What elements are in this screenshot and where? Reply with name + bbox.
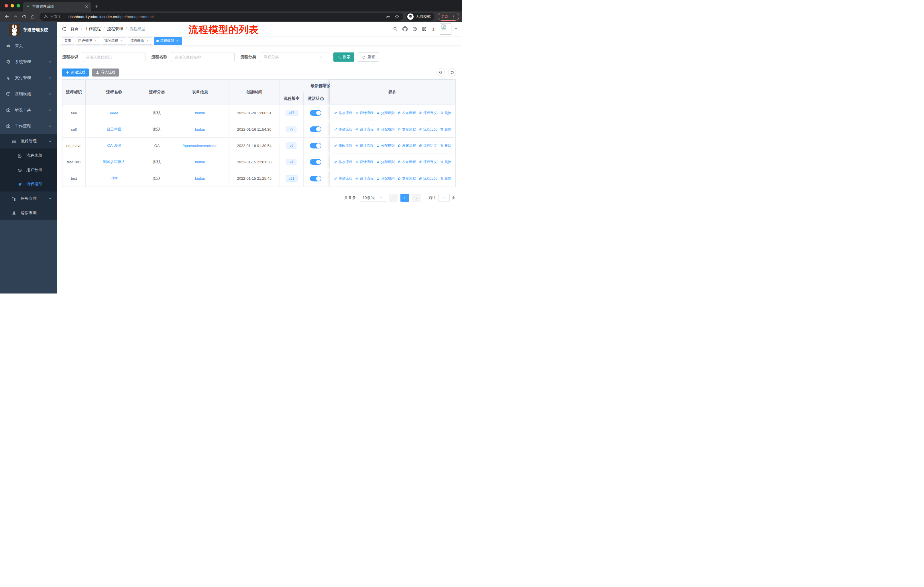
action-assign-link[interactable]: 分配规则 (376, 143, 395, 148)
github-icon[interactable] (403, 26, 408, 31)
security-chip[interactable]: 不安全 (43, 14, 61, 19)
import-process-button[interactable]: 导入流程 (92, 68, 119, 76)
active-toggle[interactable] (310, 176, 322, 182)
create-process-button[interactable]: 新建流程 (62, 68, 89, 76)
next-page-button[interactable]: › (412, 194, 421, 202)
help-icon[interactable] (412, 26, 417, 31)
page-1-button[interactable]: 1 (401, 194, 409, 202)
tab-close-icon[interactable]: ✕ (85, 4, 88, 9)
key-icon[interactable] (386, 14, 390, 19)
action-edit-link[interactable]: 修改流程 (334, 176, 352, 181)
address-bar[interactable]: 不安全 dashboard.yudao.iocoder.cn/bpm/manag… (40, 13, 403, 21)
tag-4[interactable]: 流程模型× (154, 37, 182, 45)
action-assign-link[interactable]: 分配规则 (376, 176, 395, 181)
home-button[interactable] (29, 13, 37, 21)
action-delete-link[interactable]: 删除 (440, 143, 451, 148)
tag-close-icon[interactable]: × (119, 39, 124, 43)
browser-tab[interactable]: 芋道管理系统 ✕ (23, 2, 91, 12)
tag-0[interactable]: 首页 (62, 37, 74, 45)
action-delete-link[interactable]: 删除 (440, 176, 451, 181)
action-definition-link[interactable]: 流程定义 (419, 143, 437, 148)
browser-menu-dots-icon[interactable]: ⋮ (451, 14, 456, 19)
refresh-table-button[interactable] (448, 68, 456, 76)
sidebar-item-2[interactable]: ¥支付管理 (0, 70, 57, 86)
sidebar-item-1[interactable]: ⚙系统管理 (0, 54, 57, 70)
sidebar-item-11[interactable]: 请假查询 (0, 206, 57, 220)
sidebar-item-5[interactable]: 工作流程 (0, 118, 57, 134)
form-info-link[interactable]: /bpm/oa/leave/create (183, 144, 218, 148)
active-toggle[interactable] (310, 126, 322, 132)
tag-3[interactable]: 流程表单× (128, 37, 152, 45)
breadcrumb-process-mgmt[interactable]: 流程管理 (107, 26, 123, 31)
action-edit-link[interactable]: 修改流程 (334, 111, 352, 116)
sidebar-item-10[interactable]: 任务管理 (0, 192, 57, 206)
bookmark-star-icon[interactable] (395, 14, 399, 19)
form-info-link[interactable]: biubiu (195, 111, 205, 115)
sidebar-item-8[interactable]: 用户分组 (0, 163, 57, 177)
goto-page-input[interactable] (438, 194, 450, 202)
breadcrumb-workflow[interactable]: 工作流程 (85, 26, 101, 31)
prev-page-button[interactable]: ‹ (389, 194, 398, 202)
action-design-link[interactable]: 设计流程 (355, 143, 373, 148)
font-size-icon[interactable]: tT (431, 26, 435, 31)
sidebar-item-6[interactable]: 流程管理 (0, 134, 57, 149)
action-publish-link[interactable]: 发布流程 (398, 127, 416, 132)
avatar-caret-down-icon[interactable] (455, 28, 457, 30)
model-name-link[interactable]: 滔博 (110, 176, 118, 181)
sidebar-item-0[interactable]: 首页 (0, 38, 57, 54)
forward-button[interactable] (12, 13, 20, 21)
active-toggle[interactable] (310, 159, 322, 165)
action-edit-link[interactable]: 修改流程 (334, 127, 352, 132)
reload-button[interactable] (20, 13, 28, 21)
form-info-link[interactable]: biubiu (195, 160, 205, 164)
active-toggle[interactable] (310, 143, 322, 149)
action-assign-link[interactable]: 分配规则 (376, 160, 395, 165)
action-publish-link[interactable]: 发布流程 (398, 176, 416, 181)
form-info-link[interactable]: biubiu (195, 127, 205, 132)
action-edit-link[interactable]: 修改流程 (334, 143, 352, 148)
sidebar-item-9[interactable]: 流程模型 (0, 177, 57, 192)
page-size-select[interactable]: 10条/页 (360, 194, 386, 202)
model-name-link[interactable]: eeee (110, 111, 118, 115)
reset-button[interactable]: 重置 (358, 53, 379, 62)
action-edit-link[interactable]: 修改流程 (334, 160, 352, 165)
action-design-link[interactable]: 设计流程 (355, 176, 373, 181)
form-info-link[interactable]: biubiu (195, 176, 205, 180)
model-name-link[interactable]: OA 请假 (107, 143, 121, 148)
tag-close-icon[interactable]: × (93, 39, 97, 43)
process-key-input[interactable] (82, 52, 145, 62)
tag-2[interactable]: 我的流程× (102, 37, 126, 45)
active-toggle[interactable] (310, 110, 322, 116)
close-window-button[interactable] (5, 4, 8, 7)
sidebar-item-4[interactable]: 研发工具 (0, 102, 57, 118)
action-definition-link[interactable]: 流程定义 (419, 160, 437, 165)
category-select[interactable]: 流程分类 (260, 52, 327, 62)
tag-1[interactable]: 租户管理× (76, 37, 100, 45)
process-name-input[interactable] (171, 52, 234, 62)
maximize-window-button[interactable] (16, 4, 20, 7)
sidebar-item-3[interactable]: 基础设施 (0, 86, 57, 102)
action-design-link[interactable]: 设计流程 (355, 160, 373, 165)
minimize-window-button[interactable] (11, 4, 14, 7)
action-design-link[interactable]: 设计流程 (355, 111, 373, 116)
sidebar-item-7[interactable]: 流程表单 (0, 149, 57, 163)
action-design-link[interactable]: 设计流程 (355, 127, 373, 132)
action-assign-link[interactable]: 分配规则 (376, 111, 395, 116)
breadcrumb-home[interactable]: 首页 (71, 26, 79, 31)
back-button[interactable] (3, 13, 11, 21)
action-delete-link[interactable]: 删除 (440, 160, 451, 165)
action-publish-link[interactable]: 发布流程 (398, 160, 416, 165)
user-avatar[interactable] (440, 23, 451, 35)
action-definition-link[interactable]: 流程定义 (419, 111, 437, 116)
action-publish-link[interactable]: 发布流程 (398, 111, 416, 116)
action-definition-link[interactable]: 流程定义 (419, 176, 437, 181)
fullscreen-icon[interactable] (422, 26, 426, 31)
tag-close-icon[interactable]: × (145, 39, 150, 43)
action-definition-link[interactable]: 流程定义 (419, 127, 437, 132)
search-button[interactable]: 搜索 (333, 53, 354, 62)
action-publish-link[interactable]: 发布流程 (398, 143, 416, 148)
action-delete-link[interactable]: 删除 (440, 111, 451, 116)
header-search-icon[interactable] (393, 26, 398, 31)
action-delete-link[interactable]: 删除 (440, 127, 451, 132)
toggle-search-button[interactable] (437, 68, 445, 76)
